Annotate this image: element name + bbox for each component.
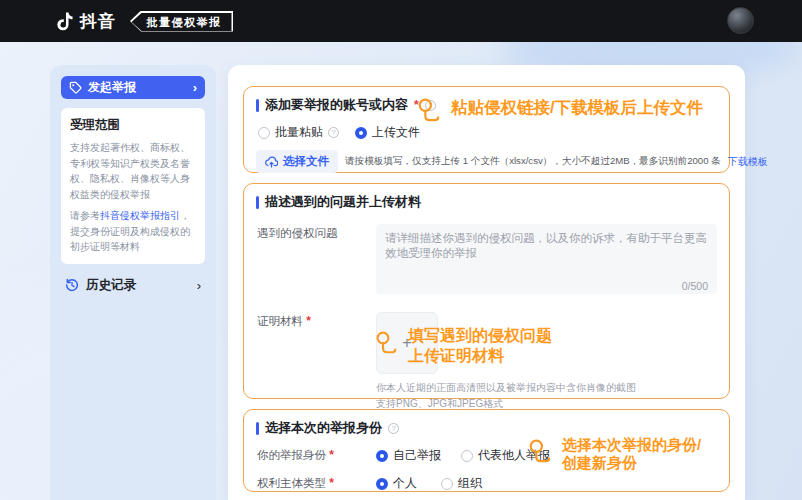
info-icon[interactable]: ? [328,127,339,138]
chevron-right-icon: › [197,278,201,293]
personal-radio-label: 个人 [393,475,417,492]
subject-type-row: 权利主体类型 * 个人 组织 [256,475,717,492]
proof-helper-line-1: 你本人近期的正面高清照以及被举报内容中含你肖像的截图 [376,380,636,396]
sidebar-item-label: 发起举报 [88,79,136,96]
cloud-upload-icon [265,156,278,168]
section-header: 选择本次的举报身份 ? [256,419,717,437]
report-behalf-radio-label: 代表他人举报 [478,447,550,464]
section-add-content: 添加要举报的账号或内容 * ? 批量粘贴 ? 上传文件 选择文件 请按模板填写，… [243,86,730,173]
choose-file-button[interactable]: 选择文件 [256,150,338,173]
choose-file-label: 选择文件 [283,154,329,169]
proof-helper-text: 你本人近期的正面高清照以及被举报内容中含你肖像的截图 支持PNG、JPG和JPE… [376,380,636,411]
sidebar-item-history[interactable]: 历史记录 › [61,277,205,294]
character-counter: 0/500 [682,280,708,292]
proof-label-text: 证明材料 [257,315,303,327]
plus-icon: + [402,334,411,352]
top-bar: 抖音 批量侵权举报 [0,0,802,42]
identity-field-label: 你的举报身份 * [256,448,376,463]
file-upload-row: 选择文件 请按模板填写，仅支持上传 1 个文件（xlsx/csv），大小不超过2… [256,150,717,173]
upload-instructions: 请按模板填写，仅支持上传 1 个文件（xlsx/csv），大小不超过2MB，最多… [345,155,721,168]
product-badge-label: 批量侵权举报 [132,13,232,31]
required-asterisk: * [414,98,419,112]
subject-field-label: 权利主体类型 * [256,476,376,491]
product-badge: 批量侵权举报 [130,11,233,32]
upload-file-radio[interactable] [355,127,367,139]
problem-description-input[interactable] [376,224,717,294]
sidebar: 发起举报 › 受理范围 支持发起著作权、商标权、专利权等知识产权类及名誉权、隐私… [50,65,216,500]
section-header: 添加要举报的账号或内容 * ? [256,96,717,114]
scope-text-prefix: 请参考 [70,210,100,221]
report-self-radio-label: 自己举报 [393,447,441,464]
identity-row: 你的举报身份 * 自己举报 代表他人举报 [256,447,717,464]
identity-label-text: 你的举报身份 [257,449,326,461]
page-body: 发起举报 › 受理范围 支持发起著作权、商标权、专利权等知识产权类及名誉权、隐私… [0,42,802,500]
user-avatar[interactable] [727,7,754,34]
section-header: 描述遇到的问题并上传材料 [256,193,717,211]
section-describe-problem: 描述遇到的问题并上传材料 遇到的侵权问题 0/500 证明材料 * + 你本人近… [243,183,730,399]
history-icon [65,278,79,292]
section-accent-bar [256,196,259,209]
organization-radio[interactable] [441,478,453,490]
personal-radio[interactable] [376,478,388,490]
scope-card-title: 受理范围 [70,117,196,134]
section-report-identity: 选择本次的举报身份 ? 你的举报身份 * 自己举报 代表他人举报 权利主体类型 … [243,409,730,492]
scope-card: 受理范围 支持发起著作权、商标权、专利权等知识产权类及名誉权、隐私权、肖像权等人… [61,108,205,264]
problem-field-label: 遇到的侵权问题 [256,224,376,298]
sidebar-item-label: 历史记录 [86,277,136,294]
report-form-panel: 添加要举报的账号或内容 * ? 批量粘贴 ? 上传文件 选择文件 请按模板填写，… [228,65,745,500]
required-asterisk: * [329,448,334,462]
info-icon[interactable]: ? [388,423,399,434]
download-template-link[interactable]: 下载模板 [728,155,768,169]
proof-material-row: 证明材料 * + 你本人近期的正面高清照以及被举报内容中含你肖像的截图 支持PN… [256,312,717,411]
info-icon[interactable]: ? [425,100,436,111]
section-title: 添加要举报的账号或内容 [265,96,408,114]
section-accent-bar [256,99,259,112]
report-behalf-radio[interactable] [461,450,473,462]
subject-label-text: 权利主体类型 [257,477,326,489]
problem-description-row: 遇到的侵权问题 0/500 [256,224,717,298]
report-guide-link[interactable]: 抖音侵权举报指引 [100,210,180,221]
source-type-radio-group: 批量粘贴 ? 上传文件 [256,124,717,141]
proof-upload-column: + 你本人近期的正面高清照以及被举报内容中含你肖像的截图 支持PNG、JPG和J… [376,312,636,411]
proof-field-label: 证明材料 * [256,312,376,411]
batch-paste-radio[interactable] [258,127,270,139]
upload-file-radio-label: 上传文件 [372,124,420,141]
organization-radio-label: 组织 [458,475,482,492]
problem-textarea-wrap: 0/500 [376,224,717,298]
batch-paste-radio-label: 批量粘贴 [275,124,323,141]
section-title: 描述遇到的问题并上传材料 [265,193,421,211]
add-image-tile[interactable]: + [376,312,438,374]
chevron-right-icon: › [193,81,197,94]
sidebar-item-initiate-report[interactable]: 发起举报 › [61,76,205,99]
scope-card-paragraph-2: 请参考抖音侵权举报指引，提交身份证明及构成侵权的初步证明等材料 [70,208,196,255]
required-asterisk: * [306,314,311,328]
section-accent-bar [256,422,259,435]
douyin-note-icon [54,11,73,32]
brand-name: 抖音 [80,10,116,33]
scope-card-paragraph-1: 支持发起著作权、商标权、专利权等知识产权类及名誉权、隐私权、肖像权等人身权益类的… [70,140,196,202]
section-title: 选择本次的举报身份 [265,419,382,437]
tag-icon [69,81,82,94]
required-asterisk: * [329,476,334,490]
report-self-radio[interactable] [376,450,388,462]
